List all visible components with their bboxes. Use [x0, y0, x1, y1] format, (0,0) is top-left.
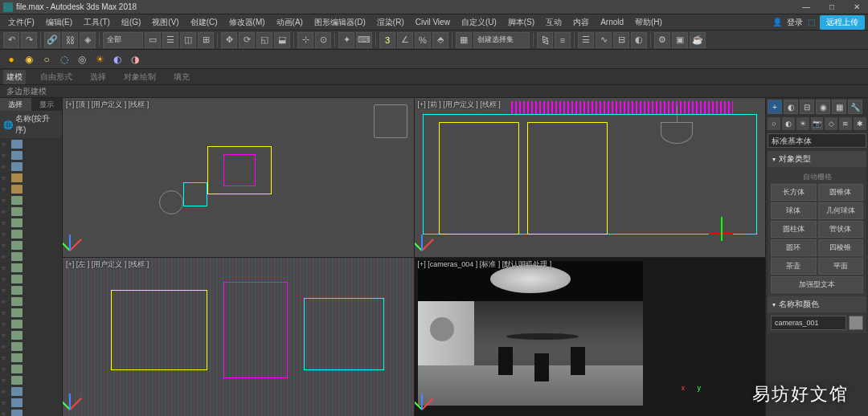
scene-row[interactable]: ○ — [0, 172, 62, 183]
visibility-icon[interactable]: ○ — [2, 219, 10, 226]
scene-tab-display[interactable]: 显示 — [31, 98, 63, 111]
menu-animation[interactable]: 动画(A) — [272, 15, 308, 30]
visibility-icon[interactable]: ○ — [2, 309, 10, 316]
workspace-icon[interactable]: ⬚ — [808, 18, 815, 27]
visibility-icon[interactable]: ○ — [2, 410, 10, 417]
render-button[interactable]: ☕ — [690, 32, 706, 48]
curve-editor-button[interactable]: ∿ — [596, 32, 612, 48]
geometry-subtab[interactable]: ○ — [768, 117, 780, 130]
sphere-button[interactable]: 球体 — [771, 202, 817, 219]
torus-button[interactable]: 圆环 — [771, 239, 817, 256]
ribbon-freeform[interactable]: 自由形式 — [37, 70, 76, 84]
window-cross-button[interactable]: ⊞ — [198, 32, 214, 48]
login-label[interactable]: 登录 — [787, 17, 803, 28]
cone-button[interactable]: 圆锥体 — [818, 184, 864, 201]
hierarchy-tab[interactable]: ⊟ — [800, 100, 814, 114]
scene-sort-header[interactable]: 🌐 名称(按升序) — [0, 111, 62, 138]
selection-filter[interactable]: 全部 — [103, 32, 143, 48]
spacewarps-subtab[interactable]: ≋ — [839, 117, 852, 130]
spinner-snap-button[interactable]: ⬘ — [432, 32, 448, 48]
scene-row[interactable]: ○ — [0, 329, 62, 341]
cylinder-button[interactable]: 圆柱体 — [771, 221, 817, 238]
placement-button[interactable]: ⬓ — [274, 32, 290, 48]
snap-button[interactable]: 3 — [379, 32, 395, 48]
editselset-button[interactable]: ▦ — [456, 32, 472, 48]
menu-grapheditors[interactable]: 图形编辑器(D) — [309, 15, 371, 30]
scene-row[interactable]: ○ — [0, 318, 62, 329]
scene-row[interactable]: ○ — [0, 206, 62, 217]
visibility-icon[interactable]: ○ — [2, 242, 10, 249]
scene-row[interactable]: ○ — [0, 138, 62, 149]
visibility-icon[interactable]: ○ — [2, 141, 10, 148]
menu-tools[interactable]: 工具(T) — [79, 15, 115, 30]
viewport-front[interactable]: [+] [前 ] [用户定义 ] [线框 ] — [415, 98, 766, 257]
rotate-button[interactable]: ⟳ — [239, 32, 255, 48]
menu-interactive[interactable]: 互动 — [541, 15, 567, 30]
menu-group[interactable]: 组(G) — [117, 15, 145, 30]
scene-row[interactable]: ○ — [0, 228, 62, 239]
scene-tab-select[interactable]: 选择 — [0, 98, 31, 111]
layer-button[interactable]: ☰ — [578, 32, 594, 48]
viewport-left[interactable]: [+] [左 ] [用户定义 ] [线框 ] — [63, 258, 414, 417]
category-dropdown[interactable]: 标准基本体 — [768, 133, 866, 148]
shapes-subtab[interactable]: ◐ — [782, 117, 795, 130]
minimize-button[interactable]: — — [797, 2, 815, 11]
scene-row[interactable]: ○ — [0, 296, 62, 307]
display-tab[interactable]: ▦ — [832, 100, 846, 114]
lights-subtab[interactable]: ☀ — [796, 117, 809, 130]
light-tool-6[interactable]: ☀ — [92, 51, 108, 67]
visibility-icon[interactable]: ○ — [2, 320, 10, 328]
scene-row[interactable]: ○ — [0, 239, 62, 251]
scene-row[interactable]: ○ — [0, 284, 62, 296]
scene-row[interactable]: ○ — [0, 307, 62, 318]
maximize-button[interactable]: □ — [825, 2, 839, 11]
menu-help[interactable]: 帮助(H) — [630, 15, 667, 30]
menu-arnold[interactable]: Arnold — [596, 16, 628, 28]
plane-button[interactable]: 平面 — [818, 258, 864, 275]
material-button[interactable]: ◐ — [631, 32, 647, 48]
visibility-icon[interactable]: ○ — [2, 253, 10, 260]
light-tool-2[interactable]: ◉ — [21, 51, 37, 67]
close-button[interactable]: ✕ — [849, 2, 865, 11]
scene-row[interactable]: ○ — [0, 183, 62, 194]
menu-customize[interactable]: 自定义(U) — [457, 15, 502, 30]
viewport-label[interactable]: [+] [前 ] [用户定义 ] [线框 ] — [418, 100, 501, 110]
create-selection-set[interactable]: 创建选择集 — [473, 32, 530, 48]
box-button[interactable]: 长方体 — [771, 184, 817, 201]
render-frame-button[interactable]: ▣ — [672, 32, 688, 48]
cloud-button[interactable]: 远程上传 — [820, 15, 865, 30]
menu-file[interactable]: 文件(F) — [3, 15, 39, 30]
move-button[interactable]: ✥ — [221, 32, 237, 48]
rollout-namecolor[interactable]: 名称和颜色 — [768, 296, 866, 312]
ribbon-objectpaint[interactable]: 对象绘制 — [121, 70, 159, 84]
refcoord-button[interactable]: ⊹ — [297, 32, 313, 48]
helpers-subtab[interactable]: ◇ — [825, 117, 837, 130]
menu-civilview[interactable]: Civil View — [411, 16, 455, 28]
pyramid-button[interactable]: 四棱锥 — [818, 239, 864, 256]
ribbon-modeling[interactable]: 建模 — [3, 70, 26, 84]
tube-button[interactable]: 管状体 — [818, 221, 864, 238]
motion-tab[interactable]: ◉ — [816, 100, 830, 114]
autogrid-label[interactable]: 自动栅格 — [771, 170, 863, 184]
menu-create[interactable]: 创建(C) — [186, 15, 223, 30]
scene-row[interactable]: ○ — [0, 374, 62, 385]
viewport-top[interactable]: [+] [顶 ] [用户定义 ] [线框 ] — [63, 98, 414, 257]
pivot-button[interactable]: ⊙ — [315, 32, 331, 48]
create-tab[interactable]: + — [768, 100, 782, 114]
light-tool-7[interactable]: ◐ — [109, 51, 125, 67]
object-name-input[interactable] — [771, 316, 846, 330]
undo-button[interactable]: ↶ — [3, 32, 19, 48]
visibility-icon[interactable]: ○ — [2, 388, 10, 395]
angle-snap-button[interactable]: ∠ — [397, 32, 413, 48]
textplus-button[interactable]: 加强型文本 — [771, 276, 863, 293]
utilities-tab[interactable]: 🔧 — [848, 100, 862, 114]
visibility-icon[interactable]: ○ — [2, 174, 10, 181]
link-button[interactable]: 🔗 — [44, 32, 60, 48]
visibility-icon[interactable]: ○ — [2, 163, 10, 170]
light-tool-1[interactable]: ● — [3, 51, 19, 67]
systems-subtab[interactable]: ✱ — [854, 117, 866, 130]
scene-row[interactable]: ○ — [0, 341, 62, 352]
visibility-icon[interactable]: ○ — [2, 377, 10, 384]
scene-object-list[interactable]: ○ ○ ○ ○ ○ ○ ○ ○ ○ ○ ○ ○ ○ ○ ○ ○ ○ ○ ○ ○ … — [0, 138, 62, 416]
visibility-icon[interactable]: ○ — [2, 152, 10, 159]
